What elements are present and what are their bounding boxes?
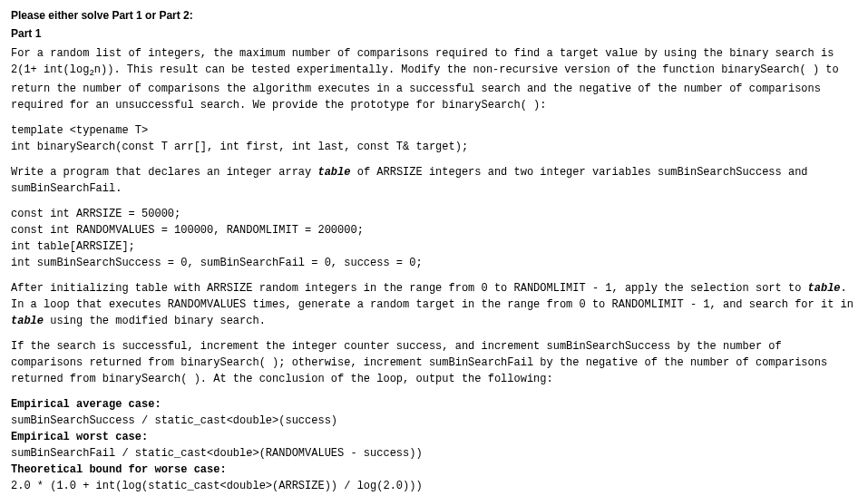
p1-text-b: n)). This result can be tested experimen… bbox=[11, 63, 839, 112]
decl-line-3: int table[ARRSIZE]; bbox=[11, 238, 857, 255]
paragraph-2: Write a program that declares an integer… bbox=[11, 164, 857, 197]
paragraph-3: After initializing table with ARRSIZE ra… bbox=[11, 280, 857, 329]
theoretical-label: Theoretical bound for worse case: bbox=[11, 462, 857, 478]
paragraph-4: If the search is successful, increment t… bbox=[11, 338, 857, 387]
proto-line-2: int binarySearch(const T arr[], int firs… bbox=[11, 139, 857, 155]
p2-text-a: Write a program that declares an integer… bbox=[11, 166, 317, 179]
p3-text-a: After initializing table with ARRSIZE ra… bbox=[11, 282, 808, 295]
decl-line-1: const int ARRSIZE = 50000; bbox=[11, 206, 857, 222]
table-keyword-2: table bbox=[808, 282, 841, 295]
empirical-worst-label: Empirical worst case: bbox=[11, 429, 857, 445]
decl-line-2: const int RANDOMVALUES = 100000, RANDOML… bbox=[11, 222, 857, 238]
paragraph-1: For a random list of integers, the maxim… bbox=[11, 45, 857, 113]
empirical-worst-expr: sumBinSearchFail / static_cast<double>(R… bbox=[11, 445, 857, 462]
proto-line-1: template <typename T> bbox=[11, 122, 857, 139]
part-label: Part 1 bbox=[11, 25, 857, 42]
empirical-avg-expr: sumBinSearchSuccess / static_cast<double… bbox=[11, 413, 857, 429]
declarations-block: const int ARRSIZE = 50000; const int RAN… bbox=[11, 206, 857, 271]
empirical-avg-label: Empirical average case: bbox=[11, 396, 857, 413]
decl-line-4: int sumBinSearchSuccess = 0, sumBinSearc… bbox=[11, 255, 857, 271]
table-keyword: table bbox=[317, 166, 350, 179]
output-block: Empirical average case: sumBinSearchSucc… bbox=[11, 396, 857, 494]
theoretical-expr: 2.0 * (1.0 + int(log(static_cast<double>… bbox=[11, 478, 857, 494]
table-keyword-3: table bbox=[11, 315, 44, 327]
prototype-block: template <typename T> int binarySearch(c… bbox=[11, 122, 857, 155]
instruction-header: Please either solve Part 1 or Part 2: bbox=[11, 7, 857, 24]
p3-text-c: using the modified binary search. bbox=[44, 315, 266, 327]
